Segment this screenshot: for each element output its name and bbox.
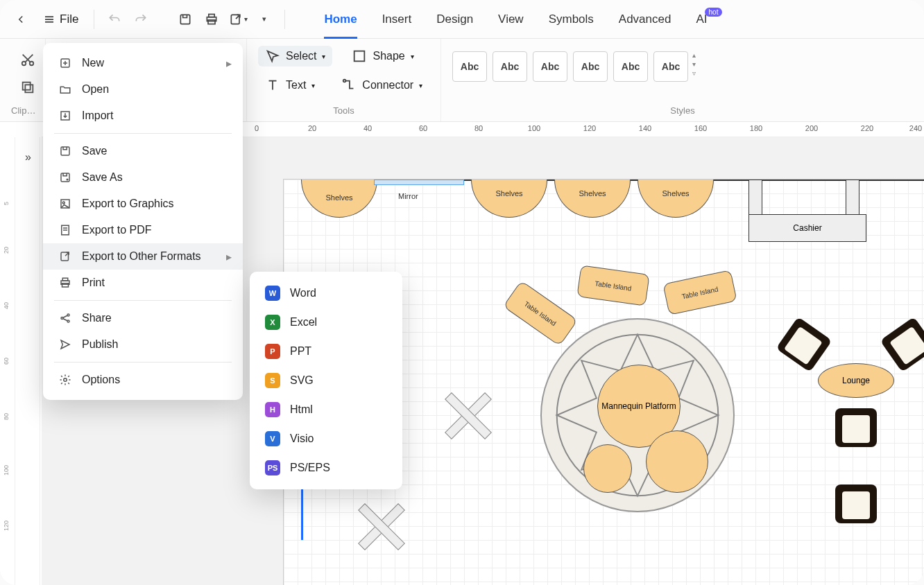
svg-rect-39 xyxy=(61,173,69,182)
share-icon xyxy=(58,311,72,325)
menu-options[interactable]: Options xyxy=(43,367,243,393)
print-icon-button[interactable] xyxy=(200,8,223,31)
top-toolbar: File ▾ ▾ Home Insert Design View Symbols… xyxy=(0,0,924,39)
save-icon-button[interactable] xyxy=(173,8,197,31)
export-format-pseps[interactable]: PSPS/EPS xyxy=(250,453,402,482)
vertical-ruler: 5 20 40 60 80 100 120 xyxy=(0,137,15,585)
shape-circle[interactable] xyxy=(646,430,708,493)
style-scroll-up[interactable]: ▴ xyxy=(692,51,696,59)
file-dropdown-menu: New▸ Open Import Save Save As Export to … xyxy=(43,43,243,400)
more-toolbar-button[interactable]: ▾ xyxy=(253,8,276,31)
menu-export-pdf[interactable]: Export to PDF xyxy=(43,217,243,243)
tab-view[interactable]: View xyxy=(498,0,524,38)
svg-rect-3 xyxy=(181,15,190,24)
export-format-visio[interactable]: VVisio xyxy=(250,424,402,453)
shape-cashier[interactable]: Cashier xyxy=(748,214,866,242)
chevron-right-icon: ▸ xyxy=(226,250,232,263)
tab-design[interactable]: Design xyxy=(436,0,473,38)
svg-rect-13 xyxy=(25,85,33,92)
shape-cross[interactable] xyxy=(353,498,409,554)
style-preset-1[interactable]: Abc xyxy=(452,51,487,82)
shape-shelves[interactable]: Shelves xyxy=(554,180,631,218)
shape-shelves[interactable]: Shelves xyxy=(301,180,377,218)
import-icon xyxy=(58,109,72,123)
export-icon-button[interactable]: ▾ xyxy=(226,8,250,31)
select-tool-button[interactable]: Select▾ xyxy=(258,46,332,67)
menu-print[interactable]: Print xyxy=(43,270,243,296)
shape-tool-button[interactable]: Shape▾ xyxy=(345,46,420,67)
shape-chair[interactable] xyxy=(835,408,877,447)
redo-button[interactable] xyxy=(129,8,153,31)
clipboard-group-label: Clip… xyxy=(11,101,34,121)
export-format-html[interactable]: HHtml xyxy=(250,395,402,424)
menu-import[interactable]: Import xyxy=(43,103,243,129)
export-format-label: PS/EPS xyxy=(290,462,330,474)
tab-insert[interactable]: Insert xyxy=(382,0,412,38)
style-preset-3[interactable]: Abc xyxy=(533,51,567,82)
menu-open[interactable]: Open xyxy=(43,76,243,103)
svg-rect-27 xyxy=(354,51,365,62)
export-format-label: Html xyxy=(290,403,313,416)
file-type-icon: X xyxy=(265,315,280,330)
file-type-icon: V xyxy=(265,431,280,446)
copy-icon[interactable] xyxy=(18,78,37,97)
shape-table-island[interactable]: Table Island xyxy=(576,265,649,306)
style-scroll-down[interactable]: ▾ xyxy=(692,60,696,68)
export-format-word[interactable]: WWord xyxy=(250,279,402,308)
tab-symbols[interactable]: Symbols xyxy=(549,0,594,38)
styles-group-label: Styles xyxy=(452,101,913,121)
hot-badge: hot xyxy=(705,8,723,17)
menu-publish[interactable]: Publish xyxy=(43,331,243,358)
export-format-svg[interactable]: SSVG xyxy=(250,366,402,395)
tab-home[interactable]: Home xyxy=(324,0,357,38)
shape-mannequin-platform[interactable]: Mannequin Platform xyxy=(540,318,735,512)
menu-export-graphics[interactable]: Export to Graphics xyxy=(43,191,243,217)
svg-rect-50 xyxy=(62,278,68,281)
connector-tool-button[interactable]: Connector▾ xyxy=(334,75,429,96)
shape-lounge[interactable]: Lounge xyxy=(818,363,894,398)
export-format-label: Excel xyxy=(290,316,317,329)
style-preset-2[interactable]: Abc xyxy=(493,51,527,82)
file-type-icon: W xyxy=(265,286,280,301)
style-preset-4[interactable]: Abc xyxy=(573,51,608,82)
file-type-icon: H xyxy=(265,402,280,417)
menu-new[interactable]: New▸ xyxy=(43,50,243,76)
tab-ai[interactable]: AIhot xyxy=(696,0,725,38)
export-format-ppt[interactable]: PPPT xyxy=(250,337,402,366)
shape-table-island[interactable]: Table Island xyxy=(662,270,737,315)
svg-point-42 xyxy=(62,202,65,204)
style-preset-6[interactable]: Abc xyxy=(653,51,688,82)
shape-mirror[interactable] xyxy=(374,180,464,185)
svg-rect-6 xyxy=(209,14,214,17)
export-format-excel[interactable]: XExcel xyxy=(250,308,402,337)
shape-shelves[interactable]: Shelves xyxy=(638,180,714,218)
undo-button[interactable] xyxy=(103,8,126,31)
file-type-icon: PS xyxy=(265,460,280,475)
file-menu-button[interactable]: File xyxy=(36,8,85,30)
plus-square-icon xyxy=(58,56,72,70)
tab-advanced[interactable]: Advanced xyxy=(619,0,671,38)
menu-export-other[interactable]: Export to Other Formats▸ xyxy=(43,243,243,270)
cut-icon[interactable] xyxy=(18,50,37,69)
save-icon xyxy=(58,144,72,158)
expand-icon: » xyxy=(25,151,31,164)
shape-circle[interactable] xyxy=(583,444,632,493)
menu-save-as[interactable]: Save As xyxy=(43,164,243,191)
shape-chair[interactable] xyxy=(835,484,877,523)
shape-shelves[interactable]: Shelves xyxy=(471,180,547,218)
style-preset-5[interactable]: Abc xyxy=(613,51,648,82)
shape-chair[interactable] xyxy=(880,317,924,372)
svg-rect-14 xyxy=(23,82,31,90)
style-expand[interactable]: ▿ xyxy=(692,69,696,77)
menu-share[interactable]: Share xyxy=(43,305,243,331)
text-tool-button[interactable]: Text▾ xyxy=(258,75,322,96)
image-icon xyxy=(58,197,72,211)
side-panel-toggle[interactable]: » xyxy=(17,137,40,585)
export-format-label: SVG xyxy=(290,374,314,387)
pdf-icon xyxy=(58,223,72,237)
menu-save[interactable]: Save xyxy=(43,138,243,164)
back-button[interactable] xyxy=(8,7,33,32)
shape-cross[interactable] xyxy=(440,387,495,443)
export-format-label: Visio xyxy=(290,433,314,445)
shape-chair[interactable] xyxy=(776,317,832,372)
